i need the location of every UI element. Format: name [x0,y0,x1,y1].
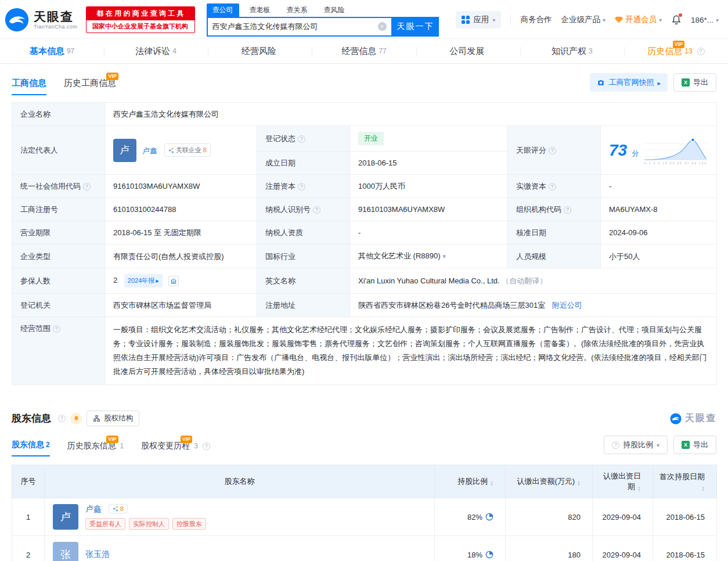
company-type-value: 有限责任公司(自然人投资或控股) [105,244,257,268]
svg-text:0 1 3 5 15 50 85 97 99 100: 0 1 3 5 15 50 85 97 99 100 [644,161,707,164]
official-snapshot-button[interactable]: 工商官网快照 [590,73,668,92]
divider [510,15,511,25]
monitor-bell-button[interactable] [70,413,82,425]
help-icon[interactable] [298,135,305,143]
chevron-down-icon [716,17,719,23]
equity-pie-icon[interactable] [485,551,493,559]
tianyancha-logo[interactable]: 天眼查 TianYanCha.com [5,8,78,32]
amount-cell: 180 [506,536,593,561]
tab-basic-info[interactable]: 基本信息97 [0,39,104,63]
help-icon[interactable] [203,443,210,450]
related-graph-icon [168,148,174,153]
notification-bell[interactable] [671,15,682,25]
tax-quality-value: - [350,221,508,244]
field-label: 参保人数 [12,268,105,294]
search-input[interactable] [212,22,378,31]
help-icon [612,441,619,449]
tab-company-development[interactable]: 公司发展 [416,39,520,63]
field-label: 法定代表人 [12,126,105,175]
subtab-history-shareholders[interactable]: 历史股东信息VIP 1 [67,441,124,456]
search-tab-boss[interactable]: 查老板 [244,3,276,17]
help-icon[interactable] [298,183,305,190]
help-icon[interactable] [549,147,556,154]
help-icon[interactable] [549,183,556,190]
camera-icon [597,78,605,87]
business-section-header: 工商信息 历史工商信息 VIP 工商官网快照 导出 [0,64,728,95]
annual-report-icon[interactable] [168,276,179,286]
subtab-business-registration[interactable]: 工商信息 [12,78,46,95]
export-button[interactable]: 导出 [673,436,716,454]
search-tab-relation[interactable]: 查关系 [281,3,313,17]
tab-legal-proceedings[interactable]: 法律诉讼4 [104,39,208,63]
table-header-row: 序号 股东名称 持股比例 认缴出资额(万元) 认缴出资日期 首次持股日期 [12,465,717,498]
help-icon[interactable] [697,48,705,55]
help-icon[interactable] [58,415,66,422]
clear-icon[interactable] [378,22,387,31]
related-companies-badge[interactable]: 关联企业 8 [164,143,211,157]
field-label: 注册地址 [257,294,350,317]
shareholder-link[interactable]: 张玉浩 [85,549,110,560]
insured-value: 2 2024年报 [105,268,257,294]
search-tabs: 查公司 查老板 查关系 查风险 [207,3,439,17]
shareholder-link[interactable]: 卢鑫 [85,504,102,513]
tab-business-info[interactable]: 经营信息77 [312,39,416,63]
legal-rep-link[interactable]: 卢鑫 [142,146,157,155]
subtab-equity-changes[interactable]: 股权变更历程VIP 3 [141,441,210,456]
reg-capital-value: 1000万人民币 [350,175,508,198]
help-icon[interactable] [564,206,571,214]
vip-badge: VIP [106,436,118,443]
shareholders-tabs: 股东信息2 历史股东信息VIP 1 股权变更历程VIP 3 持股比例 导出 [12,436,716,456]
col-ratio: 持股比例 [435,465,506,498]
help-icon[interactable] [83,183,91,190]
vip-badge: VIP [181,436,193,443]
row-business-term: 营业期限 2018-06-15 至 无固定期限 纳税人资质 - 核准日期 202… [12,221,717,244]
equity-structure-button[interactable]: 股权结构 [87,411,139,426]
tag-actual-controller: 实际控制人 [129,518,169,530]
export-button[interactable]: 导出 [673,73,716,92]
help-icon[interactable] [53,325,60,333]
nav-enterprise[interactable]: 企业级产品 [561,15,606,25]
related-companies-badge[interactable]: 8 [109,504,128,513]
field-label: 工商注册号 [12,198,105,221]
shareholder-avatar[interactable]: 张 [53,542,78,561]
score-number: 73 [609,142,627,159]
nav-cooperation[interactable]: 商务合作 [520,15,552,25]
tab-history-info[interactable]: 历史信息VIP 13 [624,39,728,63]
search-tab-risk[interactable]: 查风险 [318,3,351,17]
search-button[interactable]: 天眼一下 [392,17,439,37]
field-label: 登记状态 [257,126,350,152]
excel-icon [682,78,690,87]
chevron-down-icon[interactable] [443,253,446,260]
sort-icon[interactable] [577,481,581,487]
row-company-type: 企业类型 有限责任公司(自然人投资或控股) 国标行业 其他文化艺术业 (R889… [12,244,717,268]
apps-menu[interactable]: 应用 [456,11,501,28]
tax-id-value: 91610103MA6UYAMX8W [350,198,508,221]
field-label: 纳税人识别号 [257,198,350,221]
annual-report-badge[interactable]: 2024年报 [124,274,163,287]
sort-icon[interactable] [701,486,705,492]
sort-icon[interactable] [637,486,641,492]
search-tab-company[interactable]: 查公司 [207,3,239,17]
nearby-companies-link[interactable]: 附近公司 [552,301,582,310]
approve-date-value: 2024-09-06 [601,221,717,244]
nav-vip-upgrade[interactable]: 开通会员 [615,15,662,25]
legal-rep-avatar[interactable]: 卢 [113,139,136,162]
tab-intellectual-property[interactable]: 知识产权3 [520,39,624,63]
shareholder-avatar[interactable]: 卢 [53,504,78,530]
field-label: 国标行业 [257,244,350,268]
promo-line1: 都 在 用 的 商 业 查 询 工 具 [87,7,194,20]
account-phone: 186*... [691,16,713,24]
nav-account[interactable]: 186*... [691,16,719,24]
subtab-shareholders[interactable]: 股东信息2 [12,440,50,456]
auto-translate-note: （自动翻译） [502,276,547,285]
chevron-down-icon [657,442,659,448]
logo-subtitle: TianYanCha.com [34,24,78,30]
help-icon[interactable] [313,206,320,214]
sort-icon[interactable] [490,481,493,487]
equity-pie-icon[interactable] [485,513,493,521]
tab-operation-risk[interactable]: 经营风险 [208,39,312,63]
first-date-cell: 2018-06-15 [653,536,717,561]
row-authority: 登记机关 西安市碑林区市场监督管理局 注册地址 陕西省西安市碑林区粉巷26号金时… [12,294,717,317]
ratio-filter-button[interactable]: 持股比例 [604,436,668,454]
subtab-history-registration[interactable]: 历史工商信息 VIP [64,78,116,95]
